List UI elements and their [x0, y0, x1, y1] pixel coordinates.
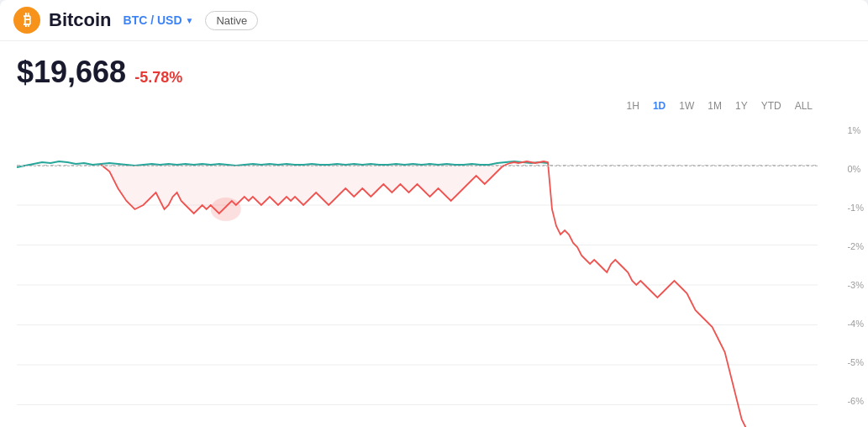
time-btn-ytd[interactable]: YTD	[756, 98, 786, 113]
y-label-0: 0%	[847, 164, 864, 174]
time-btn-1y[interactable]: 1Y	[730, 98, 753, 113]
svg-point-10	[211, 198, 241, 221]
y-label-n5: -5%	[847, 357, 864, 367]
y-label-n2: -2%	[847, 241, 864, 251]
btc-logo: ₿	[13, 7, 40, 34]
coin-name: Bitcoin	[49, 9, 112, 31]
chart-area: 1H 1D 1W 1M 1Y YTD ALL 1% 0% -1% -2% -3%…	[0, 98, 868, 427]
price-value: $19,668	[17, 55, 126, 90]
time-btn-1w[interactable]: 1W	[674, 98, 699, 113]
time-controls: 1H 1D 1W 1M 1Y YTD ALL	[622, 98, 818, 113]
time-btn-all[interactable]: ALL	[790, 98, 818, 113]
time-btn-1m[interactable]: 1M	[702, 98, 727, 113]
y-label-n3: -3%	[847, 280, 864, 290]
header: ₿ Bitcoin BTC / USD ▼ Native	[0, 0, 868, 41]
price-chart	[17, 125, 818, 427]
y-axis: 1% 0% -1% -2% -3% -4% -5% -6% -7%	[847, 125, 864, 427]
price-section: $19,668 -5.78%	[0, 41, 868, 90]
chart-container: 1% 0% -1% -2% -3% -4% -5% -6% -7%	[17, 125, 818, 427]
y-label-n1: -1%	[847, 203, 864, 213]
y-label-n4: -4%	[847, 319, 864, 329]
pair-selector[interactable]: BTC / USD ▼	[120, 12, 197, 29]
native-badge[interactable]: Native	[205, 11, 258, 30]
main-card: ₿ Bitcoin BTC / USD ▼ Native $19,668 -5.…	[0, 0, 868, 427]
svg-marker-9	[101, 166, 506, 214]
y-label-n6: -6%	[847, 396, 864, 406]
chevron-down-icon: ▼	[186, 16, 194, 25]
price-change: -5.78%	[134, 69, 182, 87]
y-label-1: 1%	[847, 125, 864, 135]
price-row: $19,668 -5.78%	[17, 55, 851, 90]
time-btn-1h[interactable]: 1H	[622, 98, 644, 113]
pair-label: BTC / USD	[124, 13, 182, 27]
time-btn-1d[interactable]: 1D	[648, 98, 671, 113]
